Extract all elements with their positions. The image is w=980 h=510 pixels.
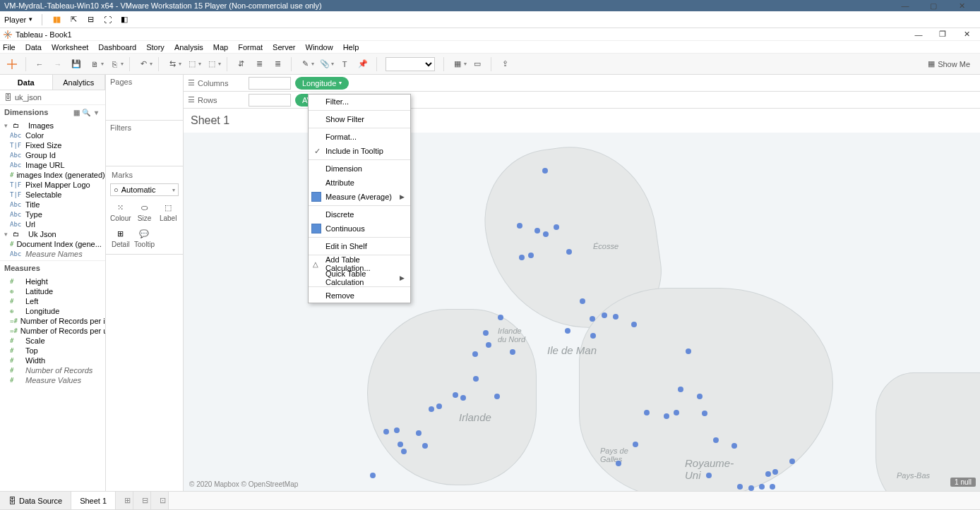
data-point[interactable] bbox=[713, 437, 719, 443]
menu-server[interactable]: Server bbox=[273, 43, 295, 51]
sort-desc-icon[interactable]: ⬚ bbox=[204, 56, 220, 72]
folder-row[interactable]: ▾🗀Images bbox=[0, 121, 105, 130]
data-point[interactable] bbox=[401, 449, 407, 454]
view-icon[interactable]: ▦ bbox=[71, 109, 81, 116]
menu-worksheet[interactable]: Worksheet bbox=[52, 43, 88, 51]
context-menu-item[interactable]: Measure (Average)▶ bbox=[309, 190, 410, 204]
data-point[interactable] bbox=[473, 376, 479, 382]
data-point[interactable] bbox=[542, 168, 548, 174]
data-point[interactable] bbox=[772, 469, 778, 475]
fit-select[interactable] bbox=[386, 57, 435, 71]
field-row[interactable]: AbcGroup Id bbox=[0, 150, 105, 160]
data-point[interactable] bbox=[517, 223, 522, 229]
menu-file[interactable]: File bbox=[3, 43, 16, 51]
context-menu-item[interactable]: Continuous bbox=[309, 221, 410, 236]
data-point[interactable] bbox=[483, 330, 489, 336]
pin2-icon[interactable]: 📌 bbox=[355, 56, 371, 72]
data-point[interactable] bbox=[394, 427, 400, 433]
data-point[interactable] bbox=[633, 442, 638, 447]
field-row[interactable]: AbcColor bbox=[0, 130, 105, 140]
data-point[interactable] bbox=[674, 410, 679, 415]
field-row[interactable]: #Scale bbox=[0, 336, 105, 346]
field-row[interactable]: T|FFixed Size bbox=[0, 140, 105, 150]
data-point[interactable] bbox=[543, 231, 549, 237]
data-point[interactable] bbox=[472, 351, 478, 357]
data-point[interactable] bbox=[453, 392, 458, 398]
field-row[interactable]: #images Index (generated) bbox=[0, 170, 105, 180]
data-point[interactable] bbox=[370, 473, 376, 478]
new-dashboard-tab[interactable]: ⊟ bbox=[133, 492, 151, 509]
undo-icon[interactable]: ↶ bbox=[136, 56, 151, 72]
show-me-button[interactable]: ▦ Show Me bbox=[922, 59, 976, 68]
menu-map[interactable]: Map bbox=[213, 43, 228, 51]
swap-icon[interactable]: ⇆ bbox=[165, 56, 180, 72]
context-menu-item[interactable]: Remove bbox=[309, 289, 410, 303]
menu-dashboard[interactable]: Dashboard bbox=[98, 43, 136, 51]
field-row[interactable]: #Top bbox=[0, 346, 105, 356]
menu-data[interactable]: Data bbox=[25, 43, 42, 51]
field-row[interactable]: #Measure Values bbox=[0, 375, 105, 385]
field-row[interactable]: #Number of Records bbox=[0, 365, 105, 375]
menu-help[interactable]: Help bbox=[343, 43, 359, 51]
pause-icon[interactable]: ▮▮ bbox=[51, 14, 62, 25]
data-point[interactable] bbox=[737, 484, 743, 490]
new-worksheet-icon[interactable]: ⎘ bbox=[107, 56, 122, 72]
show-cards-icon[interactable]: ▦ bbox=[450, 56, 465, 72]
tableau-minimize[interactable]: — bbox=[908, 30, 929, 39]
field-row[interactable]: AbcMeasure Names bbox=[0, 249, 105, 259]
data-point[interactable] bbox=[590, 316, 595, 322]
map-view[interactable]: © 2020 Mapbox © OpenStreetMap 1 null Éco… bbox=[184, 133, 980, 491]
data-point[interactable] bbox=[416, 430, 422, 436]
highlight-icon[interactable]: ✎ bbox=[297, 56, 313, 72]
menu-format[interactable]: Format bbox=[238, 43, 263, 51]
data-point[interactable] bbox=[616, 461, 621, 466]
field-row[interactable]: #Width bbox=[0, 356, 105, 365]
data-point[interactable] bbox=[631, 322, 637, 327]
vmware-minimize[interactable]: — bbox=[891, 1, 919, 10]
data-point[interactable] bbox=[436, 403, 442, 409]
tab-data-source[interactable]: 🗄 Data Source bbox=[0, 492, 71, 509]
pages-shelf[interactable]: Pages bbox=[106, 75, 183, 121]
data-point[interactable] bbox=[565, 328, 570, 334]
menu-analysis[interactable]: Analysis bbox=[174, 43, 203, 51]
data-point[interactable] bbox=[789, 459, 795, 464]
data-point[interactable] bbox=[429, 406, 434, 412]
data-point[interactable] bbox=[498, 315, 503, 320]
tab-sheet1[interactable]: Sheet 1 bbox=[71, 492, 116, 509]
data-point[interactable] bbox=[398, 442, 403, 447]
data-point[interactable] bbox=[460, 395, 466, 401]
columns-shelf[interactable]: ☰Columns Longitude▾ bbox=[184, 75, 980, 92]
context-menu-item[interactable]: Format... bbox=[309, 130, 410, 144]
context-menu-item[interactable]: Discrete bbox=[309, 207, 410, 221]
tableau-close[interactable]: ✕ bbox=[956, 30, 977, 39]
field-row[interactable]: =#Number of Records per u... bbox=[0, 326, 105, 336]
menu-icon[interactable]: ▾ bbox=[91, 109, 101, 116]
tab-data[interactable]: Data bbox=[0, 75, 53, 90]
field-row[interactable]: #Left bbox=[0, 296, 105, 306]
columns-pill[interactable]: Longitude▾ bbox=[295, 77, 349, 90]
data-point[interactable] bbox=[706, 473, 712, 478]
forward-icon[interactable]: → bbox=[50, 56, 66, 72]
field-row[interactable]: ⊕Latitude bbox=[0, 286, 105, 296]
menu-story[interactable]: Story bbox=[146, 43, 165, 51]
data-point[interactable] bbox=[644, 410, 650, 415]
field-row[interactable]: AbcImage URL bbox=[0, 160, 105, 170]
context-menu-item[interactable]: △Add Table Calculation... bbox=[309, 257, 410, 271]
data-point[interactable] bbox=[731, 443, 737, 449]
data-point[interactable] bbox=[678, 387, 683, 392]
sort-asc-icon[interactable]: ⬚ bbox=[184, 56, 200, 72]
vmware-player-menu[interactable]: Player▼ bbox=[4, 16, 33, 24]
field-row[interactable]: T|FSelectable bbox=[0, 190, 105, 200]
mark-label[interactable]: ⬚Label bbox=[156, 199, 180, 225]
fullscreen-icon[interactable]: ⛶ bbox=[102, 14, 113, 25]
field-row[interactable]: #Document Index (gene... bbox=[0, 239, 105, 249]
folder-row[interactable]: ▾🗀Uk Json bbox=[0, 229, 105, 239]
new-worksheet-tab[interactable]: ⊞ bbox=[116, 492, 133, 509]
data-point[interactable] bbox=[602, 312, 607, 318]
save-icon[interactable]: 💾 bbox=[68, 56, 84, 72]
context-menu-item[interactable]: Dimension bbox=[309, 162, 410, 176]
share-icon[interactable]: ⇪ bbox=[497, 56, 513, 72]
snapshot-icon[interactable]: ⊟ bbox=[85, 14, 96, 25]
new-story-tab[interactable]: ⊡ bbox=[151, 492, 169, 509]
data-point[interactable] bbox=[702, 411, 707, 416]
